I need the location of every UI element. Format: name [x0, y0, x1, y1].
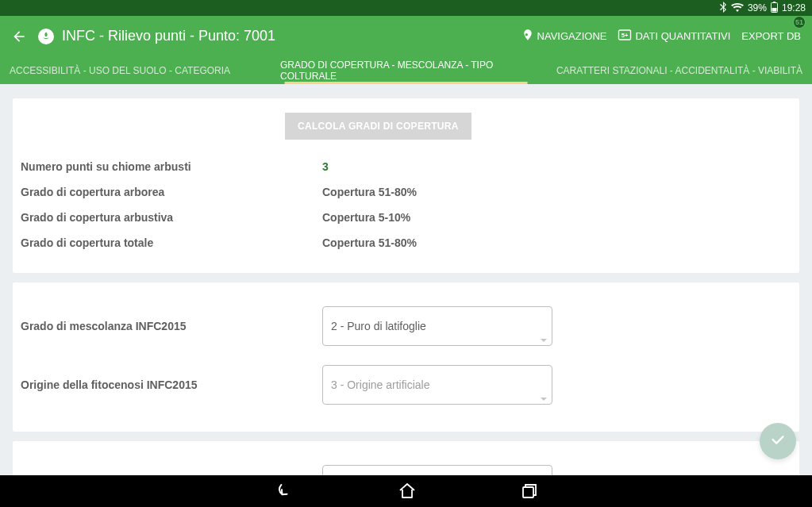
tab-grado-copertura[interactable]: GRADO DI COPERTURA - MESCOLANZA - TIPO C…	[271, 56, 541, 84]
svg-rect-2	[772, 8, 776, 12]
field-value: Copertura 5-10%	[322, 211, 552, 224]
tab-label: CARATTERI STAZIONALI - ACCIDENTALITÀ - V…	[556, 65, 802, 76]
select-origine-fitocenosi[interactable]: 3 - Origine artificiale	[322, 365, 552, 405]
data-icon: 5+	[618, 29, 632, 44]
export-db-label: EXPORT DB	[741, 30, 801, 42]
export-db-button[interactable]: EXPORT DB	[741, 30, 801, 42]
card-coperture: CALCOLA GRADI DI COPERTURA Numero punti …	[13, 98, 799, 273]
nav-back-button[interactable]	[274, 481, 294, 501]
select-label: Origine della fitocenosi INFC2015	[21, 378, 322, 391]
bluetooth-icon	[719, 2, 727, 15]
nav-home-button[interactable]	[398, 482, 417, 501]
chevron-down-icon	[541, 398, 547, 401]
tab-caratteri-stazionali[interactable]: CARATTERI STAZIONALI - ACCIDENTALITÀ - V…	[541, 56, 812, 84]
app-bar: INFC - Rilievo punti - Punto: 7001 NAVIG…	[0, 16, 812, 56]
dati-quantitativi-label: DATI QUANTITATIVI	[635, 30, 730, 42]
field-label: Grado di copertura arbustiva	[21, 211, 322, 224]
select-mescolanza[interactable]: 2 - Puro di latifoglie	[322, 306, 552, 346]
card-tipo-colturale: Tipo colturale INFC2015	[13, 441, 799, 475]
card-mescolanza: Grado di mescolanza INFC2015 2 - Puro di…	[13, 282, 799, 432]
field-value: Copertura 51-80%	[322, 236, 552, 249]
field-row: Grado di copertura arbustiva Copertura 5…	[13, 205, 799, 230]
select-row: Tipo colturale INFC2015	[13, 455, 799, 475]
tab-bar: ACCESSIBILITÀ - USO DEL SUOLO - CATEGORI…	[0, 56, 812, 84]
content-scroll[interactable]: CALCOLA GRADI DI COPERTURA Numero punti …	[0, 84, 812, 475]
wifi-icon	[731, 2, 744, 14]
status-bar: 39% 19:28 51	[0, 0, 812, 16]
location-icon	[521, 29, 534, 44]
svg-rect-1	[773, 2, 775, 3]
field-label: Grado di copertura totale	[21, 236, 322, 249]
field-row: Grado di copertura totale Copertura 51-8…	[13, 230, 799, 255]
field-value: 3	[322, 160, 552, 173]
svg-text:5+: 5+	[622, 32, 629, 39]
app-logo-icon	[38, 29, 54, 44]
select-placeholder: 3 - Origine artificiale	[331, 378, 430, 391]
status-time: 19:28	[782, 2, 806, 13]
chevron-down-icon	[541, 339, 547, 342]
select-row: Origine della fitocenosi INFC2015 3 - Or…	[13, 355, 799, 414]
nav-recent-button[interactable]	[520, 482, 539, 501]
svg-rect-6	[523, 487, 533, 497]
page-title: INFC - Rilievo punti - Punto: 7001	[62, 28, 521, 44]
back-button[interactable]	[11, 29, 27, 44]
battery-pct: 39%	[748, 2, 767, 13]
system-nav-bar	[0, 475, 812, 507]
navigazione-button[interactable]: NAVIGAZIONE	[521, 29, 607, 44]
notification-badge-container: 51	[793, 16, 806, 29]
select-tipo-colturale[interactable]	[322, 465, 552, 475]
select-label: Grado di mescolanza INFC2015	[21, 320, 322, 332]
notification-badge: 51	[793, 16, 806, 29]
select-row: Grado di mescolanza INFC2015 2 - Puro di…	[13, 297, 799, 355]
select-value: 2 - Puro di latifoglie	[331, 320, 426, 332]
field-value: Copertura 51-80%	[322, 186, 552, 198]
navigazione-label: NAVIGAZIONE	[537, 30, 607, 42]
tab-label: ACCESSIBILITÀ - USO DEL SUOLO - CATEGORI…	[10, 65, 230, 76]
field-label: Numero punti su chiome arbusti	[21, 160, 322, 173]
check-icon	[769, 431, 787, 451]
field-row: Grado di copertura arborea Copertura 51-…	[13, 179, 799, 205]
tab-label: GRADO DI COPERTURA - MESCOLANZA - TIPO C…	[280, 60, 532, 82]
field-row: Numero punti su chiome arbusti 3	[13, 154, 799, 179]
confirm-fab[interactable]	[760, 423, 796, 459]
tab-accessibilita[interactable]: ACCESSIBILITÀ - USO DEL SUOLO - CATEGORI…	[0, 56, 271, 84]
battery-icon	[771, 2, 778, 15]
calcola-button[interactable]: CALCOLA GRADI DI COPERTURA	[285, 113, 471, 140]
field-label: Grado di copertura arborea	[21, 186, 322, 198]
dati-quantitativi-button[interactable]: 5+ DATI QUANTITATIVI	[618, 29, 730, 44]
